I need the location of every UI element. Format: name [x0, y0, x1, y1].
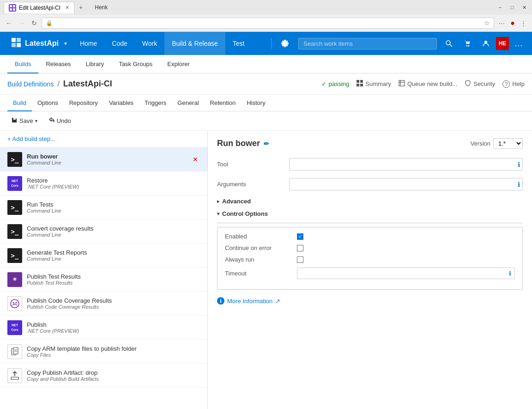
new-tab-btn[interactable]: +: [75, 2, 86, 13]
advanced-header[interactable]: Advanced: [217, 198, 523, 205]
step-generate-test-reports[interactable]: >_ Generate Test Reports Command Line ✕: [0, 244, 207, 268]
sub-nav-builds[interactable]: Builds: [7, 55, 38, 73]
security-label: Security: [473, 80, 495, 87]
help-action[interactable]: ? Help: [502, 80, 525, 88]
save-button[interactable]: Save ▾: [7, 115, 41, 127]
undo-button[interactable]: Undo: [45, 115, 75, 127]
sub-nav-library[interactable]: Library: [79, 55, 112, 73]
step-publish-net[interactable]: NETCore Publish .NET Core (PREVIEW) ✕: [0, 316, 207, 340]
app-title: LatestApi: [25, 39, 59, 48]
svg-rect-7: [17, 43, 21, 47]
passing-badge[interactable]: ✓ passing: [321, 80, 349, 87]
step-publish-code-coverage[interactable]: Publish Code Coverage Results Publish Co…: [0, 292, 207, 316]
step-copy-arm[interactable]: Copy ARM template files to publish folde…: [0, 340, 207, 364]
tool-info-icon[interactable]: ℹ: [518, 161, 520, 168]
nav-item-work[interactable]: Work: [135, 32, 164, 55]
tab-history[interactable]: History: [241, 95, 271, 111]
tab-variables[interactable]: Variables: [103, 95, 139, 111]
step-type-1: Command Line: [27, 160, 186, 165]
tool-input[interactable]: bower: [289, 158, 523, 171]
timeout-input[interactable]: 0: [297, 268, 515, 279]
url-input[interactable]: https://hlaueriksson.visualstudio.com/La…: [55, 20, 481, 26]
close-btn[interactable]: ✕: [520, 3, 528, 12]
breadcrumb[interactable]: Build Definitions: [7, 80, 54, 88]
arguments-input[interactable]: install: [289, 178, 523, 190]
step-run-tests[interactable]: >_ Run Tests Command Line ✕: [0, 195, 207, 220]
back-btn[interactable]: ←: [4, 18, 14, 28]
security-shield-icon: [465, 80, 471, 88]
browser-menu-icon[interactable]: ●: [508, 19, 517, 27]
control-options-header[interactable]: Control Options: [217, 210, 523, 217]
timeout-info-icon[interactable]: ℹ: [509, 270, 511, 277]
step-info-6: Publish Test Results Publish Test Result…: [27, 273, 200, 286]
edit-title-icon[interactable]: ✏: [264, 140, 269, 147]
version-dropdown[interactable]: 1.* 2.*: [493, 138, 523, 149]
nav-item-home[interactable]: Home: [73, 32, 104, 55]
tab-favicon: [9, 4, 16, 12]
svg-point-8: [446, 41, 450, 45]
nav-gear-btn[interactable]: [275, 32, 295, 55]
step-delete-1[interactable]: ✕: [191, 155, 200, 164]
checkbox-always-run[interactable]: [297, 256, 303, 263]
tab-close-btn[interactable]: ✕: [65, 5, 69, 11]
step-publish-test-results[interactable]: Publish Test Results Publish Test Result…: [0, 268, 207, 292]
field-input-arguments: install ℹ: [289, 178, 523, 190]
checkbox-enabled[interactable]: ✓: [297, 233, 303, 240]
step-type-10: Copy and Publish Build Artifacts: [27, 376, 200, 382]
tab-build[interactable]: Build: [7, 95, 32, 111]
step-restore[interactable]: NETCore Restore .NET Core (PREVIEW) ✕: [0, 171, 207, 195]
tab-triggers[interactable]: Triggers: [139, 95, 172, 111]
browser-tab-active[interactable]: Edit LatestApi-CI ✕: [4, 2, 74, 13]
checkbox-continue-on-error[interactable]: [297, 245, 303, 251]
more-menu-icon[interactable]: ⋮: [519, 20, 528, 27]
tab-options[interactable]: Options: [32, 95, 64, 111]
step-run-bower[interactable]: >_ Run bower Command Line ✕: [0, 147, 207, 171]
breadcrumb-separator: /: [57, 80, 59, 88]
refresh-btn[interactable]: ↻: [30, 18, 39, 28]
star-icon[interactable]: ☆: [484, 19, 490, 27]
page-header: Build Definitions / LatestApi-CI ✓ passi…: [0, 73, 532, 95]
version-label: Version: [471, 140, 490, 147]
control-options-divider: [217, 223, 523, 223]
arguments-info-icon[interactable]: ℹ: [518, 181, 520, 188]
step-convert-coverage[interactable]: >_ Convert coverage results Command Line…: [0, 220, 207, 244]
cart-btn[interactable]: [459, 35, 476, 52]
browser-addressbar: ← → ↻ 🔒 https://hlaueriksson.visualstudi…: [0, 15, 532, 31]
user-avatar[interactable]: HE: [496, 37, 509, 50]
security-action[interactable]: Security: [465, 80, 495, 88]
forward-btn[interactable]: →: [17, 18, 27, 28]
app-logo-icon: [11, 37, 21, 49]
step-icon-coverage: [7, 296, 22, 311]
nav-item-code[interactable]: Code: [104, 32, 134, 55]
app-logo-chevron[interactable]: ▾: [64, 41, 67, 47]
nav-item-test[interactable]: Test: [225, 32, 252, 55]
nav-item-build-release[interactable]: Build & Release: [164, 32, 225, 55]
add-step-label: + Add build step...: [7, 135, 55, 142]
step-copy-publish[interactable]: Copy Publish Artifact: drop Copy and Pub…: [0, 364, 207, 388]
step-type-5: Command Line: [27, 256, 200, 262]
step-icon-net-1: NETCore: [7, 176, 22, 191]
tab-repository[interactable]: Repository: [64, 95, 103, 111]
extensions-icon[interactable]: ⋯: [497, 20, 507, 27]
tab-retention[interactable]: Retention: [205, 95, 242, 111]
control-options-section: Control Options Enabled ✓ Continue on er…: [217, 210, 523, 290]
minimize-btn[interactable]: −: [496, 3, 504, 12]
sub-nav-task-groups[interactable]: Task Groups: [111, 55, 160, 73]
summary-action[interactable]: Summary: [357, 80, 391, 88]
user-profile-btn[interactable]: [478, 35, 494, 52]
sub-nav-explorer[interactable]: Explorer: [160, 55, 197, 73]
app-logo[interactable]: LatestApi ▾: [6, 37, 73, 49]
address-box[interactable]: 🔒 https://hlaueriksson.visualstudio.com/…: [42, 18, 494, 29]
maximize-btn[interactable]: □: [508, 3, 516, 12]
add-step-button[interactable]: + Add build step...: [0, 131, 207, 147]
tab-general[interactable]: General: [172, 95, 204, 111]
undo-label: Undo: [57, 117, 71, 124]
step-type-3: Command Line: [27, 208, 200, 214]
search-btn[interactable]: [441, 35, 457, 52]
search-input[interactable]: [298, 38, 437, 49]
more-info-link[interactable]: ℹ More Information ↗: [217, 297, 523, 305]
queue-build-action[interactable]: Queue new build...: [399, 80, 457, 88]
step-icon-test-publish: [7, 272, 22, 287]
sub-nav-releases[interactable]: Releases: [38, 55, 78, 73]
nav-more-btn[interactable]: …: [511, 39, 526, 49]
